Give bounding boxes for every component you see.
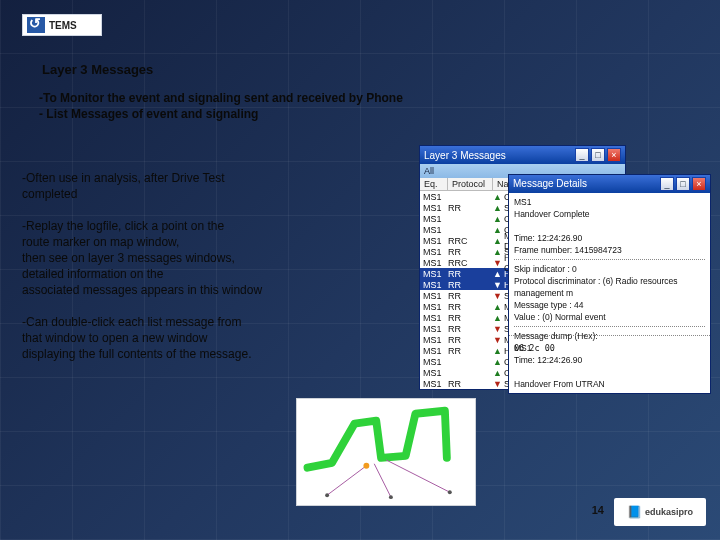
details-titlebar[interactable]: Message Details _ □ × [509,175,710,193]
minimize-button[interactable]: _ [575,148,589,162]
details-mid: Skip indicator : 0 Protocol discriminato… [514,263,705,323]
arrow-down-icon: ▼ [493,280,502,290]
tems-logo-icon [27,17,45,33]
cell-eq: MS1 [420,247,448,257]
map-thumbnail [296,398,476,506]
cell-protocol: RR [448,247,493,257]
cell-protocol: RR [448,269,493,279]
arrow-up-icon: ▲ [493,302,502,312]
svg-point-3 [363,463,369,469]
maximize-button[interactable]: □ [591,148,605,162]
cell-eq: MS1 [420,280,448,290]
arrow-up-icon: ▲ [493,313,502,323]
divider [514,326,705,327]
arrow-up-icon: ▲ [493,214,502,224]
arrow-down-icon: ▼ [493,335,502,345]
cell-protocol: RR [448,379,493,389]
edukasipro-text: edukasipro [645,507,693,517]
cell-eq: MS1 [420,236,448,246]
cell-eq: MS1 [420,214,448,224]
divider [514,259,705,260]
details-maximize-button[interactable]: □ [676,177,690,191]
details-top: MS1 Handover Complete Time: 12:24:26.90 … [514,196,705,256]
cell-protocol: RR [448,346,493,356]
svg-line-1 [374,464,391,497]
cell-protocol: RR [448,291,493,301]
cell-protocol: RR [448,203,493,213]
body-text: -Often use in analysis, after Drive Test… [22,170,417,362]
cell-eq: MS1 [420,192,448,202]
cell-eq: MS1 [420,302,448,312]
arrow-down-icon: ▼ [493,379,502,389]
cell-eq: MS1 [420,258,448,268]
cell-eq: MS1 [420,203,448,213]
svg-line-2 [386,460,450,492]
cell-protocol: RR [448,324,493,334]
details-lower: MS1 Time: 12:24:26.90 Handover From UTRA… [509,332,710,393]
cell-eq: MS1 [420,379,448,389]
divider [509,335,710,336]
cell-eq: MS1 [420,346,448,356]
arrow-down-icon: ▼ [493,291,502,301]
page-title: Layer 3 Messages [42,62,153,77]
arrow-up-icon: ▲ [493,368,502,378]
cell-protocol: RR [448,302,493,312]
details-minimize-button[interactable]: _ [660,177,674,191]
col-eq[interactable]: Eq. [420,178,448,190]
details-close-button[interactable]: × [692,177,706,191]
details-title: Message Details [513,178,658,190]
svg-line-0 [327,466,366,495]
arrow-up-icon: ▲ [493,192,502,202]
cell-protocol: RR [448,313,493,323]
map-route-svg [297,399,475,505]
close-button[interactable]: × [607,148,621,162]
svg-point-5 [389,495,393,499]
tab-all[interactable]: All [424,166,434,176]
tems-logo-text: TEMS [49,20,77,31]
arrow-down-icon: ▼ [493,258,502,268]
cell-eq: MS1 [420,225,448,235]
cell-protocol: RR [448,280,493,290]
svg-point-4 [325,493,329,497]
layer3-title: Layer 3 Messages [424,150,573,161]
svg-point-6 [448,490,452,494]
intro-text: -To Monitor the event and signaling sent… [39,90,403,122]
cell-eq: MS1 [420,291,448,301]
cell-eq: MS1 [420,313,448,323]
cell-protocol: RRC [448,236,493,246]
cell-protocol: RRC [448,258,493,268]
col-protocol[interactable]: Protocol [448,178,493,190]
layer3-titlebar[interactable]: Layer 3 Messages _ □ × [420,146,625,164]
tems-logo: TEMS [22,14,102,36]
page-number: 14 [592,504,604,516]
arrow-down-icon: ▼ [493,324,502,334]
cell-protocol: RR [448,335,493,345]
cell-eq: MS1 [420,357,448,367]
arrow-up-icon: ▲ [493,269,502,279]
cell-eq: MS1 [420,368,448,378]
edukasipro-logo: edukasipro [614,498,706,526]
message-details-window: Message Details _ □ × MS1 Handover Compl… [508,174,711,394]
arrow-up-icon: ▲ [493,203,502,213]
cell-eq: MS1 [420,269,448,279]
arrow-up-icon: ▲ [493,346,502,356]
cell-eq: MS1 [420,324,448,334]
arrow-up-icon: ▲ [493,236,502,246]
details-bottom: MS1 Time: 12:24:26.90 Handover From UTRA… [509,339,710,393]
arrow-up-icon: ▲ [493,357,502,367]
cell-eq: MS1 [420,335,448,345]
